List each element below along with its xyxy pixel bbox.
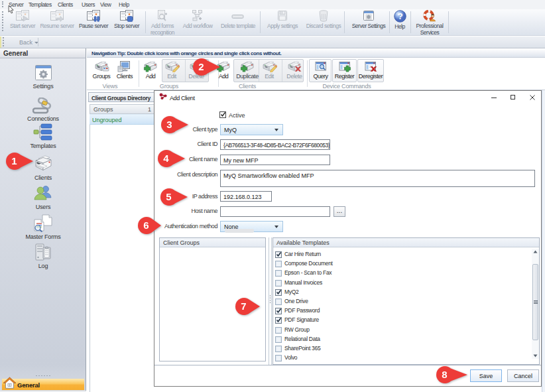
svg-text:4: 4 <box>163 153 169 164</box>
svg-text:3: 3 <box>166 119 172 130</box>
svg-text:8: 8 <box>442 369 447 380</box>
svg-text:5: 5 <box>166 191 171 202</box>
svg-text:6: 6 <box>143 220 149 231</box>
svg-text:7: 7 <box>241 300 246 312</box>
svg-text:?: ? <box>397 11 402 21</box>
svg-text:1: 1 <box>11 155 17 166</box>
svg-text:2: 2 <box>198 61 204 72</box>
